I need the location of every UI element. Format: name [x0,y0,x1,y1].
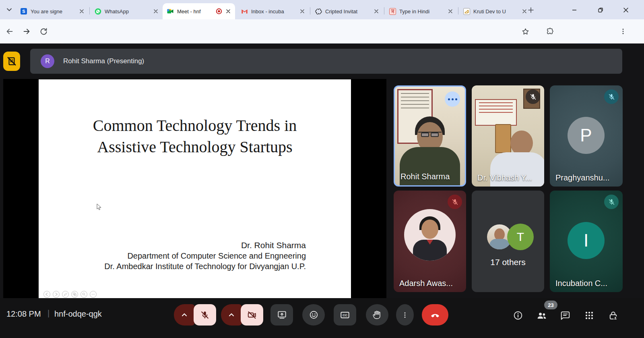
meet-control-bar: 12:08 PM | hnf-odqe-qgk CC [0,298,644,338]
close-icon[interactable] [152,8,159,15]
close-icon[interactable] [78,8,85,15]
participant-name: Dr. Vibhash Y... [477,173,532,182]
more-options-kebab-button[interactable] [396,304,414,326]
video-person-face [510,131,533,156]
tab-title: Meet - hnf [177,8,213,15]
mic-options-chevron-button[interactable] [174,304,195,326]
people-panel-icon[interactable] [536,309,548,321]
tab-you-are-signed[interactable]: S You are signe [16,3,89,19]
others-count-label: 17 others [472,257,544,267]
tab-cripted-invitation[interactable]: Cripted Invitat [311,3,383,19]
tab-meet-active[interactable]: Meet - hnf [163,3,235,19]
video-person-glasses [418,132,442,137]
mouse-cursor [97,203,102,212]
close-icon[interactable] [447,8,454,15]
slide-title: Common Technology Trends in Assistive Te… [39,115,351,158]
meeting-info-icon[interactable] [512,309,524,321]
reactions-emoji-button[interactable] [302,304,325,326]
present-screen-button[interactable] [270,304,293,326]
forward-icon[interactable] [21,26,32,37]
browser-window: S You are signe WhatsApp Meet - hnf [0,0,644,338]
extensions-icon[interactable] [544,26,555,37]
reload-icon[interactable] [38,26,49,37]
mic-off-icon [604,89,619,104]
tab-inbox[interactable]: Inbox - incuba [237,3,309,19]
back-icon[interactable] [4,26,15,37]
participant-photo-avatar [404,209,456,261]
host-controls-lock-icon[interactable] [607,309,619,321]
slide-department: Department of Computer Science and Engne… [104,251,306,261]
slideshow-prev-icon [43,291,50,298]
clock-time: 12:08 PM [6,309,41,319]
new-tab-button[interactable] [526,6,535,15]
tab-separator [384,7,384,15]
slideshow-slides-icon [71,291,78,298]
participant-avatar: P [568,117,605,154]
recording-indicator-icon [216,8,222,15]
close-window-button[interactable] [620,5,632,15]
tab-type-in-hindi[interactable]: Type in Hindi [385,3,457,19]
whatsapp-icon [94,8,101,15]
chat-panel-icon[interactable] [559,309,572,321]
tab-whatsapp[interactable]: WhatsApp [90,3,163,19]
camera-options-chevron-button[interactable] [221,304,242,326]
tab-title: WhatsApp [105,8,152,15]
gmail-icon [241,8,248,15]
camera-toggle-button-off[interactable] [241,304,263,326]
browser-toolbar: meet.google.com/hnf-odqe-qgk I School [0,19,644,44]
tab-title: Inbox - incuba [251,8,299,15]
browser-menu-kebab-icon[interactable] [617,26,629,37]
tab-title: Kruti Dev to U [473,8,521,15]
participant-name: Praghyanshu... [555,173,610,182]
captions-cc-button[interactable]: CC [334,304,356,326]
slide-title-line2: Assistive Technology Startups [39,136,351,158]
tab-kruti-dev[interactable]: Kruti Dev to U [459,3,531,19]
mic-toggle-button-muted[interactable] [194,304,216,326]
tab-strip: S You are signe WhatsApp Meet - hnf [0,0,644,19]
tile-options-kebab-icon[interactable] [445,91,460,107]
bookmark-star-icon[interactable] [520,26,531,37]
restore-window-button[interactable] [594,5,607,15]
tab-title: Type in Hindi [399,8,447,15]
activities-grid-icon[interactable] [583,309,595,321]
close-icon[interactable] [225,8,232,15]
presenter-avatar: R [41,54,54,68]
tab-separator [458,7,458,15]
video-background [475,99,517,126]
kruti-dev-icon [463,8,470,15]
mic-off-icon [526,89,540,104]
end-call-button[interactable] [422,304,448,326]
hindi-a-icon [389,8,396,15]
minimize-window-button[interactable] [568,5,580,15]
participant-name: Adarsh Awas... [399,279,453,288]
tab-title: You are signe [31,8,78,15]
svg-text:CC: CC [343,313,347,317]
participant-tile-adarsh[interactable]: Adarsh Awas... [394,191,466,292]
mic-off-icon [604,195,619,209]
tab-separator [89,7,90,15]
participant-tile-incubation[interactable]: I Incubation C... [550,191,623,292]
slide-author: Dr. Rohit Sharma [104,240,306,251]
participant-tile-17-others[interactable]: T 17 others [472,191,544,292]
close-icon[interactable] [373,8,380,15]
presentation-warning-badge[interactable] [3,52,20,71]
participant-tile-praghyanshu[interactable]: P Praghyanshu... [550,85,623,187]
separator: | [47,309,50,318]
slideshow-pen-icon [62,291,69,298]
participant-tile-vibhash[interactable]: Dr. Vibhash Y... [472,85,544,187]
meet-page: R Rohit Sharma (Presenting) Common Techn… [0,44,644,338]
close-icon[interactable] [299,8,306,15]
participant-tile-rohit-sharma[interactable]: Rohit Sharma [394,85,466,187]
chatgpt-icon [315,8,322,15]
slideshow-more-icon [90,291,97,298]
slideshow-next-icon [53,291,60,298]
tab-separator [310,7,310,15]
raise-hand-button[interactable] [366,304,388,326]
slide-author-block: Dr. Rohit Sharma Department of Computer … [104,240,306,272]
video-artwork [495,124,511,153]
meeting-code: hnf-odqe-qgk [54,309,102,319]
tab-search-icon[interactable] [4,6,14,14]
presenter-banner: R Rohit Sharma (Presenting) [30,49,622,74]
participant-count-badge: 23 [544,301,557,309]
s-doc-icon: S [20,8,27,15]
